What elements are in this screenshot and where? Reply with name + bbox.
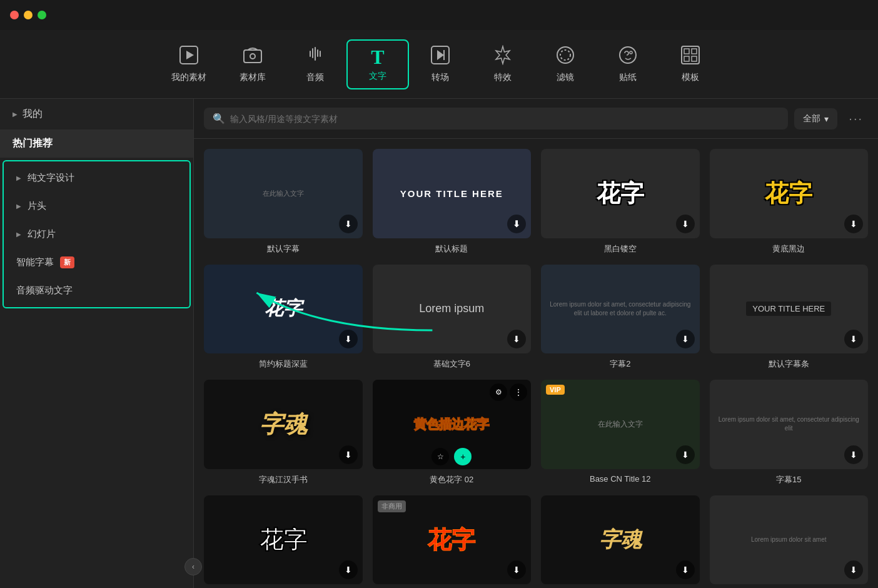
card-default-title[interactable]: YOUR TITLE HERE ⬇ 默认标题 (373, 149, 532, 255)
maximize-button[interactable] (38, 11, 46, 19)
stickers-icon (618, 45, 638, 68)
card-default-strip[interactable]: YOUR TITLE HERE ⬇ 默认字幕条 (710, 265, 869, 370)
card-label-subtitle2: 字幕2 (541, 358, 700, 370)
svg-point-3 (250, 54, 255, 59)
nav-item-material-lib[interactable]: 素材库 (221, 39, 284, 89)
card-label-zihun-book: 字魂江汉手书 (204, 474, 363, 485)
download-zihun-book[interactable]: ⬇ (339, 445, 358, 464)
nav-item-stickers[interactable]: 贴纸 (597, 39, 659, 89)
nav-item-templates[interactable]: 模板 (659, 39, 722, 89)
nav-item-my-material[interactable]: 我的素材 (156, 39, 221, 89)
filter-button[interactable]: 全部 ▾ (794, 108, 837, 129)
action-more-icon[interactable]: ⋮ (510, 383, 527, 401)
download-red-huazi[interactable]: ⬇ (507, 560, 526, 579)
card-base-cn-title12[interactable]: VIP 在此输入文字 ⬇ Base CN Title 12 (541, 380, 700, 485)
card-default-subtitle[interactable]: 在此输入文字 ⬇ 默认字幕 (204, 149, 363, 255)
download-subtitle2[interactable]: ⬇ (676, 330, 695, 348)
card-yellow-black[interactable]: 花字 ⬇ 黄底黑边 (710, 149, 869, 255)
card-thumb-bw-cutout: 花字 ⬇ (541, 149, 700, 238)
download-basic-text6[interactable]: ⬇ (507, 330, 526, 348)
sidebar-group: ▶ 纯文字设计 ▶ 片头 ▶ 幻灯片 智能字幕 新 音频驱动文字 (3, 160, 191, 308)
content-wrapper: 🔍 全部 ▾ ··· 在此输入文字 (194, 99, 878, 588)
my-material-icon (179, 45, 199, 68)
more-options-button[interactable]: ··· (844, 109, 868, 128)
close-button[interactable] (10, 11, 19, 19)
card-zihun-book2[interactable]: 字魂 ⬇ 字魂如花馆书 (541, 495, 700, 588)
nav-item-transition[interactable]: 转场 (409, 39, 472, 89)
minimize-button[interactable] (24, 11, 33, 19)
card-yellow-huazi02[interactable]: 黄色描边花字 ⚙ ⋮ ☆ + 黄色花字 02 (373, 380, 532, 485)
card-subtitle15[interactable]: Lorem ipsum dolor sit amet, consectetur … (710, 380, 869, 485)
nav-item-text[interactable]: T 文字 (346, 39, 409, 89)
nav-label-filters: 滤镜 (557, 72, 574, 83)
download-base-cn[interactable]: ⬇ (676, 445, 695, 464)
sidebar-item-pure-text[interactable]: ▶ 纯文字设计 (4, 164, 189, 192)
svg-rect-12 (684, 49, 689, 54)
effects-icon (493, 45, 513, 68)
card-thumb-simple-dark-blue: 花字 ⬇ (204, 265, 363, 354)
download-simple-dark-blue[interactable]: ⬇ (339, 330, 358, 348)
card-subtitle2[interactable]: Lorem ipsum dolor sit amet, consectetur … (541, 265, 700, 370)
sidebar-label-audio-text: 音频驱动文字 (16, 285, 73, 297)
card-thumb-zihun-book: 字魂 ⬇ (204, 380, 363, 469)
sidebar-item-slideshow[interactable]: ▶ 幻灯片 (4, 220, 189, 248)
nav-label-my-material: 我的素材 (171, 72, 206, 83)
card-outline-huazi[interactable]: 花字 ⬇ 黑白描边 (204, 495, 363, 588)
card-thumb-red-huazi: 非商用 花字 ⬇ (373, 495, 532, 585)
nav-item-effects[interactable]: 特效 (472, 39, 534, 89)
download-default-title[interactable]: ⬇ (507, 215, 526, 233)
card-subtitle15b[interactable]: Lorem ipsum dolor sit amet ⬇ 字幕15 (710, 495, 869, 588)
card-label-basic-text6: 基础文字6 (373, 358, 532, 370)
card-label-default-title: 默认标题 (373, 243, 532, 255)
download-zihun-book2[interactable]: ⬇ (676, 560, 695, 579)
action-add-icon[interactable]: + (454, 448, 472, 465)
card-label-simple-dark-blue: 简约标题深蓝 (204, 358, 363, 370)
search-input-wrap[interactable]: 🔍 (204, 108, 788, 129)
card-label-yellow-huazi02: 黄色花字 02 (373, 474, 532, 485)
material-lib-icon (243, 45, 263, 68)
search-input[interactable] (230, 114, 779, 124)
card-simple-dark-blue[interactable]: 花字 ⬇ 简约标题深蓝 (204, 265, 363, 370)
card-label-default-strip: 默认字幕条 (710, 358, 869, 370)
nav-item-filters[interactable]: 滤镜 (534, 39, 597, 89)
download-yellow-black[interactable]: ⬇ (844, 215, 863, 233)
card-zihun-book[interactable]: 字魂 ⬇ 字魂江汉手书 (204, 380, 363, 485)
card-label-default-subtitle: 默认字幕 (204, 243, 363, 255)
card-thumb-yellow-black: 花字 ⬇ (710, 149, 869, 238)
download-default-strip[interactable]: ⬇ (844, 330, 863, 348)
sidebar-label-title-card: 片头 (28, 200, 46, 212)
transition-icon (430, 45, 450, 68)
nav-item-audio[interactable]: 音频 (284, 39, 346, 89)
card-label-subtitle15: 字幕15 (710, 474, 869, 485)
sidebar-collapse-button[interactable]: ‹ (184, 558, 202, 575)
action-settings-icon[interactable]: ⚙ (490, 383, 507, 401)
action-favorite-icon[interactable]: ☆ (431, 448, 449, 465)
download-default-subtitle[interactable]: ⬇ (339, 215, 358, 233)
nav-label-stickers: 贴纸 (619, 72, 637, 83)
download-outline-huazi[interactable]: ⬇ (339, 560, 358, 579)
download-subtitle15b[interactable]: ⬇ (844, 560, 863, 579)
content-area: 🔍 全部 ▾ ··· 在此输入文字 (194, 99, 878, 588)
sidebar-item-title-card[interactable]: ▶ 片头 (4, 192, 189, 220)
card-red-huazi[interactable]: 非商用 花字 ⬇ 红底白边 (373, 495, 532, 588)
templates-icon (680, 45, 700, 68)
titlebar (0, 0, 878, 30)
sidebar-item-my[interactable]: ▶ 我的 (0, 99, 193, 129)
dots-icon: ··· (849, 111, 863, 125)
nav-label-effects: 特效 (494, 72, 512, 83)
svg-point-8 (560, 50, 570, 60)
sidebar: ▶ 我的 热门推荐 ▶ 纯文字设计 ▶ 片头 ▶ 幻灯片 智能字幕 (0, 99, 194, 588)
sidebar-my-label: 我的 (23, 108, 43, 121)
download-bw-cutout[interactable]: ⬇ (676, 215, 695, 233)
download-subtitle15[interactable]: ⬇ (844, 445, 863, 464)
card-basic-text6[interactable]: Lorem ipsum ⬇ 基础文字6 (373, 265, 532, 370)
svg-rect-13 (692, 49, 697, 54)
card-label-bw-cutout: 黑白镂空 (541, 243, 700, 255)
card-thumb-basic-text6: Lorem ipsum ⬇ (373, 265, 532, 354)
sidebar-arrow-my: ▶ (13, 111, 18, 118)
sidebar-item-smart-subtitle[interactable]: 智能字幕 新 (4, 248, 189, 276)
card-bw-cutout[interactable]: 花字 ⬇ 黑白镂空 (541, 149, 700, 255)
card-thumb-base-cn-title12: VIP 在此输入文字 ⬇ (541, 380, 700, 469)
sidebar-item-audio-text[interactable]: 音频驱动文字 (4, 276, 189, 305)
sidebar-label-slideshow: 幻灯片 (28, 228, 56, 240)
